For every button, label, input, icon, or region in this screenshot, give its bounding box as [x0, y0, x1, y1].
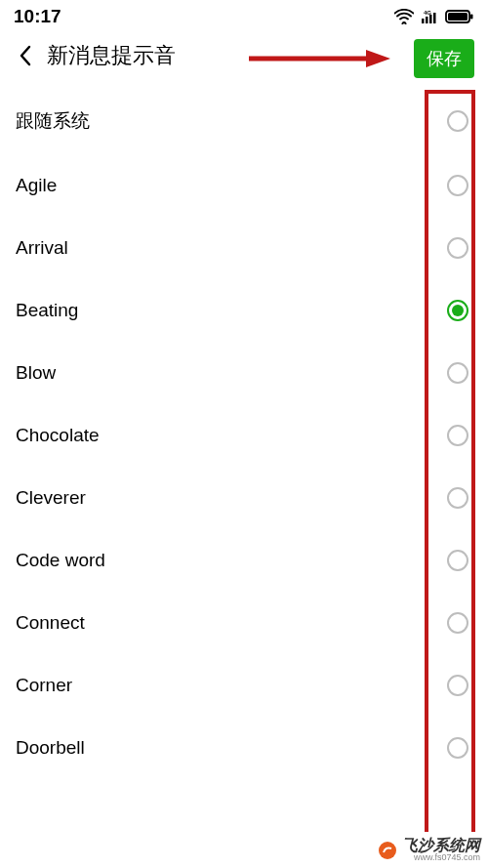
svg-rect-7	[470, 15, 473, 20]
sound-label: Cleverer	[16, 487, 86, 509]
radio-button[interactable]	[447, 237, 468, 259]
radio-button[interactable]	[447, 175, 468, 196]
sound-item[interactable]: Corner	[0, 654, 488, 717]
sound-label: Chocolate	[16, 425, 100, 446]
sound-item[interactable]: Chocolate	[0, 404, 488, 467]
sound-label: Beating	[16, 300, 78, 321]
sound-label: Agile	[16, 175, 57, 196]
chevron-left-icon	[19, 45, 32, 66]
header: 新消息提示音 保存	[0, 31, 488, 88]
sound-item[interactable]: Connect	[0, 592, 488, 654]
radio-button[interactable]	[447, 300, 468, 321]
sound-item[interactable]: Code word	[0, 529, 488, 592]
battery-icon	[445, 9, 474, 24]
sound-label: Corner	[16, 675, 72, 696]
sound-item[interactable]: Doorbell	[0, 717, 488, 779]
svg-rect-6	[448, 13, 468, 21]
sound-item[interactable]: Arrival	[0, 217, 488, 279]
sound-label: Blow	[16, 362, 56, 384]
signal-icon: 4G	[420, 9, 439, 24]
sound-item[interactable]: Beating	[0, 279, 488, 342]
sound-label: Code word	[16, 550, 105, 571]
radio-button[interactable]	[447, 612, 468, 634]
radio-button[interactable]	[447, 737, 468, 759]
svg-rect-4	[433, 13, 436, 23]
back-button[interactable]	[14, 44, 37, 67]
svg-rect-3	[429, 15, 432, 23]
radio-button[interactable]	[447, 675, 468, 696]
radio-button[interactable]	[447, 550, 468, 571]
sound-list: 跟随系统AgileArrivalBeatingBlowChocolateClev…	[0, 88, 488, 779]
sound-item[interactable]: Agile	[0, 154, 488, 217]
status-time: 10:17	[14, 6, 61, 27]
svg-point-10	[379, 842, 396, 859]
watermark-sub: www.fs0745.com	[402, 853, 480, 862]
page-title: 新消息提示音	[47, 41, 176, 70]
sound-item[interactable]: 跟随系统	[0, 88, 488, 154]
status-bar: 10:17 4G	[0, 0, 488, 31]
sound-item[interactable]: Blow	[0, 342, 488, 404]
radio-button[interactable]	[447, 110, 468, 132]
svg-rect-2	[426, 17, 428, 23]
svg-rect-1	[422, 19, 425, 23]
watermark-main: 飞沙系统网	[402, 838, 480, 853]
save-button[interactable]: 保存	[414, 39, 474, 78]
sound-label: Arrival	[16, 237, 68, 259]
sound-item[interactable]: Cleverer	[0, 467, 488, 529]
wifi-icon	[394, 9, 414, 24]
status-icons: 4G	[394, 9, 474, 24]
sound-label: Doorbell	[16, 737, 85, 759]
sound-label: Connect	[16, 612, 85, 634]
radio-button[interactable]	[447, 487, 468, 509]
radio-button[interactable]	[447, 425, 468, 446]
watermark-logo-icon	[378, 841, 397, 860]
sound-label: 跟随系统	[16, 108, 90, 134]
watermark: 飞沙系统网 www.fs0745.com	[378, 838, 480, 862]
radio-button[interactable]	[447, 362, 468, 384]
